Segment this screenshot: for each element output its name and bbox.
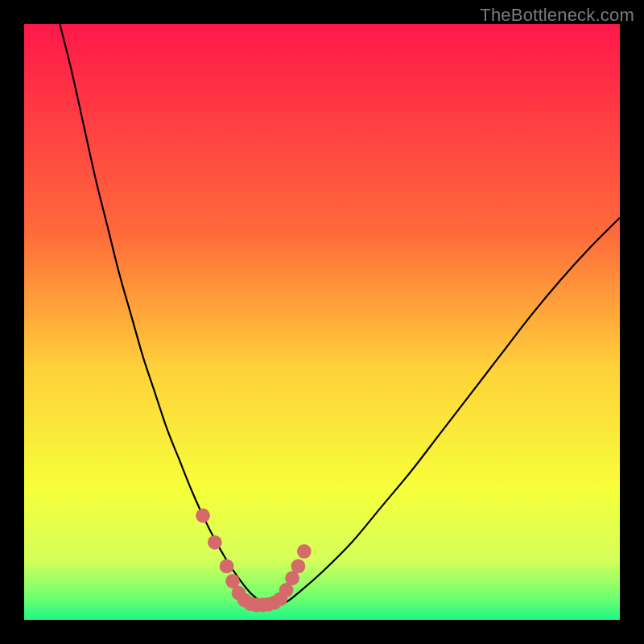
highlight-marker: [220, 559, 234, 574]
watermark-text: TheBottleneck.com: [480, 5, 634, 26]
plot-area: [24, 24, 620, 620]
plot-svg: [24, 24, 620, 620]
highlight-marker: [291, 559, 306, 574]
highlight-marker: [208, 535, 222, 550]
chart-stage: TheBottleneck.com: [0, 0, 644, 644]
highlight-marker: [297, 544, 312, 559]
gradient-background: [24, 24, 620, 620]
highlight-marker: [196, 509, 210, 523]
